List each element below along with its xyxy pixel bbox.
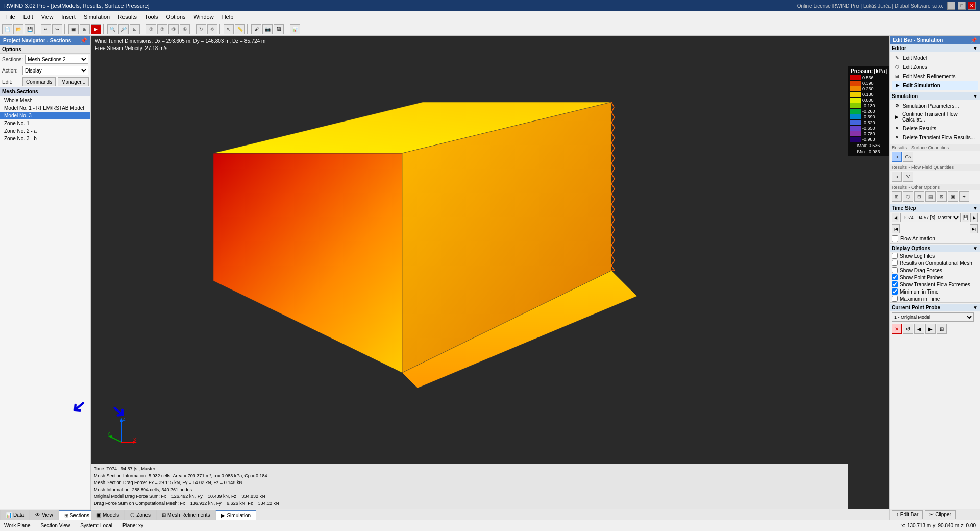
edit-bar-header[interactable]: Edit Bar - Simulation 📌 — [890, 36, 980, 44]
probe-reset-btn[interactable]: ↺ — [903, 324, 913, 334]
probe-model-select[interactable]: 1 - Original Model — [892, 312, 974, 322]
tab-sections[interactable]: ⊞ Sections — [59, 510, 95, 520]
menu-results[interactable]: Results — [114, 13, 141, 21]
probe-next-btn[interactable]: ▶ — [925, 324, 936, 334]
menu-file[interactable]: File — [2, 13, 19, 21]
toolbar-view4[interactable]: ④ — [180, 24, 190, 34]
time-step-select[interactable]: T074 - 94.57 [s], Master — [900, 213, 961, 222]
toolbar-pan[interactable]: ✥ — [207, 24, 217, 34]
other-btn-3[interactable]: ⊟ — [914, 191, 924, 202]
manager-button[interactable]: Manager... — [58, 77, 89, 86]
sections-select[interactable]: Mesh-Sections 2 — [25, 55, 88, 64]
results-comp-mesh-checkbox[interactable] — [892, 260, 898, 266]
toolbar-measure[interactable]: 📏 — [235, 24, 245, 34]
other-btn-2[interactable]: ⬡ — [903, 191, 913, 202]
delete-transient-item[interactable]: ✕ Delete Transient Flow Results... — [892, 133, 978, 142]
toolbar-render[interactable]: ▣ — [68, 24, 79, 34]
toolbar-view2[interactable]: ② — [157, 24, 167, 34]
tab-view[interactable]: 👁 View — [30, 510, 59, 520]
show-probes-checkbox[interactable] — [892, 274, 898, 280]
edit-model-item[interactable]: ✎ Edit Model — [892, 53, 978, 62]
tab-data[interactable]: 📊 Data — [0, 510, 30, 520]
mesh-item-whole[interactable]: Whole Mesh — [0, 96, 90, 104]
commands-button[interactable]: Commands — [22, 77, 56, 86]
toolbar-extra1[interactable]: 🖌 — [251, 24, 261, 34]
time-step-prev-btn[interactable]: ◀ — [892, 213, 899, 222]
simulation-section-header[interactable]: Simulation ▼ — [890, 92, 980, 100]
other-btn-7[interactable]: ✦ — [959, 191, 969, 202]
other-btn-5[interactable]: ⊠ — [937, 191, 947, 202]
other-btn-4[interactable]: ▤ — [925, 191, 936, 202]
toolbar-view3[interactable]: ③ — [168, 24, 179, 34]
toolbar-fit[interactable]: ⊡ — [130, 24, 140, 34]
toolbar-results[interactable]: 📊 — [290, 24, 300, 34]
toolbar-new[interactable]: 📄 — [2, 24, 12, 34]
toolbar-zoom-in[interactable]: 🔍 — [107, 24, 117, 34]
toolbar-select[interactable]: ↖ — [224, 24, 234, 34]
menu-edit[interactable]: Edit — [19, 13, 37, 21]
min-in-time-checkbox[interactable] — [892, 288, 898, 295]
time-step-header[interactable]: Time Step ▼ — [890, 204, 980, 212]
menu-tools[interactable]: Tools — [141, 13, 162, 21]
probe-prev-btn[interactable]: ◀ — [914, 324, 924, 334]
tab-mesh-refinements[interactable]: ⊞ Mesh Refinements — [156, 510, 215, 520]
restore-btn[interactable]: □ — [958, 2, 966, 10]
toolbar-save[interactable]: 💾 — [24, 24, 35, 34]
toolbar-redo[interactable]: ↪ — [52, 24, 62, 34]
time-last-btn[interactable]: ▶| — [970, 224, 978, 233]
display-options-header[interactable]: Display Options ▼ — [890, 245, 980, 252]
edit-simulation-item[interactable]: ▶ Edit Simulation — [892, 81, 978, 90]
menu-insert[interactable]: Insert — [57, 13, 80, 21]
menu-options[interactable]: Options — [162, 13, 190, 21]
flow-anim-checkbox[interactable] — [892, 235, 898, 242]
toolbar-rotate[interactable]: ↻ — [196, 24, 206, 34]
toolbar-open[interactable]: 📂 — [13, 24, 23, 34]
editor-section-header[interactable]: Editor ▼ — [890, 44, 980, 52]
mesh-item-zone1[interactable]: Zone No. 1 — [0, 119, 90, 127]
tab-simulation[interactable]: ▶ Simulation — [215, 510, 256, 520]
other-btn-1[interactable]: ⊞ — [892, 191, 902, 202]
tab-models[interactable]: ▣ Models — [91, 510, 125, 520]
toolbar-extra2[interactable]: 📷 — [262, 24, 273, 34]
probe-delete-btn[interactable]: ✕ — [892, 324, 902, 334]
time-first-btn[interactable]: |◀ — [892, 224, 900, 233]
current-point-probe-header[interactable]: Current Point Probe ▼ — [890, 304, 980, 311]
action-select[interactable]: Display — [22, 66, 88, 75]
clipper-btn[interactable]: ✂ Clipper — [925, 510, 955, 519]
continue-transient-item[interactable]: ▶ Continue Transient Flow Calculat... — [892, 110, 978, 124]
model-3d-view[interactable] — [152, 51, 688, 398]
edit-zones-item[interactable]: ⬡ Edit Zones — [892, 62, 978, 71]
mesh-item-zone2a[interactable]: Zone No. 2 - a — [0, 127, 90, 135]
mesh-item-model1[interactable]: Model No. 1 - RFEM/RSTAB Model — [0, 104, 90, 112]
minimize-btn[interactable]: ─ — [947, 2, 955, 10]
center-viewport[interactable]: Wind Tunnel Dimensions: Dx = 293.605 m, … — [91, 36, 889, 509]
flow-v-btn[interactable]: V — [903, 172, 913, 182]
show-log-checkbox[interactable] — [892, 253, 898, 259]
sim-params-item[interactable]: ⚙ Simulation Parameters... — [892, 101, 978, 110]
toolbar-undo[interactable]: ↩ — [41, 24, 51, 34]
toolbar-zoom-out[interactable]: 🔎 — [118, 24, 129, 34]
max-in-time-checkbox[interactable] — [892, 296, 898, 302]
surface-pressure-btn[interactable]: p — [892, 152, 902, 162]
edit-bar-bottom-btn[interactable]: ↕ Edit Bar — [892, 510, 923, 519]
flow-p-btn[interactable]: p — [892, 172, 902, 182]
time-step-save-btn[interactable]: 💾 — [962, 213, 969, 222]
show-drag-checkbox[interactable] — [892, 267, 898, 273]
delete-results-item[interactable]: ✕ Delete Results — [892, 124, 978, 133]
toolbar-mesh[interactable]: ⊞ — [80, 24, 90, 34]
menu-simulation[interactable]: Simulation — [80, 13, 114, 21]
close-btn[interactable]: ✕ — [968, 2, 976, 10]
edit-mesh-item[interactable]: ⊞ Edit Mesh Refinements — [892, 71, 978, 81]
mesh-item-zone3b[interactable]: Zone No. 3 - b — [0, 135, 90, 142]
panel-pin-icon[interactable]: 📌 — [80, 37, 87, 44]
toolbar-view1[interactable]: ① — [146, 24, 156, 34]
other-btn-6[interactable]: ▣ — [948, 191, 958, 202]
mesh-item-model3[interactable]: Model No. 3 — [0, 112, 90, 119]
tab-zones[interactable]: ⬡ Zones — [125, 510, 156, 520]
toolbar-run[interactable]: ▶ — [91, 24, 101, 34]
menu-help[interactable]: Help — [218, 13, 238, 21]
menu-window[interactable]: Window — [190, 13, 218, 21]
surface-cs-btn[interactable]: Cs — [903, 152, 913, 162]
toolbar-extra3[interactable]: 🖼 — [274, 24, 284, 34]
show-transient-checkbox[interactable] — [892, 281, 898, 287]
